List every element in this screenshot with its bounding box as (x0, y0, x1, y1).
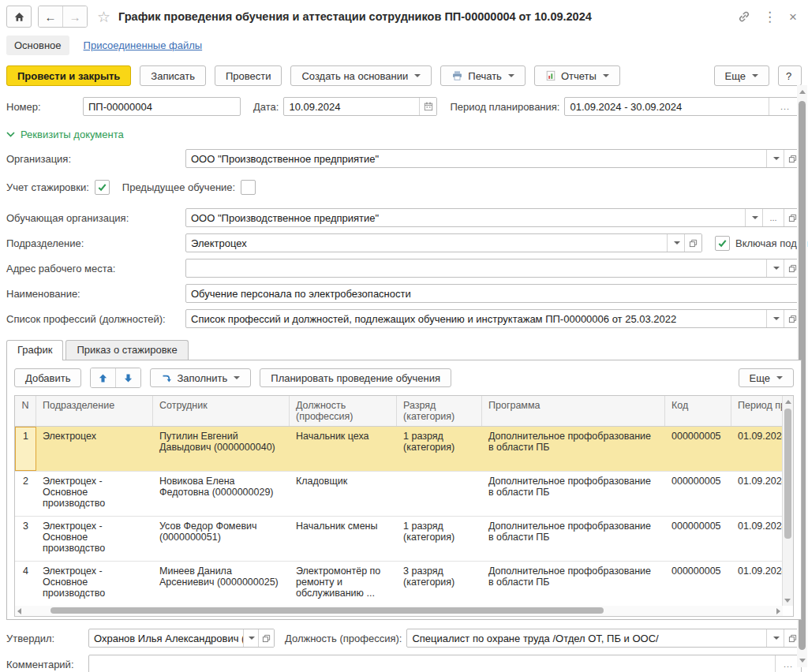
cell-position[interactable]: Начальник цеха (290, 427, 397, 471)
cell-grade[interactable]: 1 разряд (категория) (397, 427, 482, 471)
dropdown-arrow-icon[interactable] (745, 209, 762, 226)
department-field[interactable]: Электроцех (185, 233, 702, 252)
move-up-button[interactable] (91, 368, 115, 387)
cell-department[interactable]: Электроцех (36, 427, 153, 471)
column-header-code[interactable]: Код (665, 396, 731, 426)
column-header-grade[interactable]: Разряд (категория) (397, 396, 482, 426)
approved-field[interactable]: Охранов Илья Александрович (0000000032 (88, 629, 275, 648)
cell-code[interactable]: 000000005 (665, 562, 731, 606)
cell-department[interactable]: Электроцех - Основное производство (36, 562, 153, 606)
cell-department[interactable]: Электроцех - Основное производство (36, 517, 153, 561)
cell-program[interactable]: Дополнительное профобразование в области… (482, 517, 665, 561)
cell-grade[interactable]: 3 разряд (категория) (397, 562, 482, 606)
open-icon[interactable] (258, 629, 274, 647)
grid-horizontal-scrollbar[interactable] (15, 606, 783, 616)
period-more-button[interactable]: ... (769, 98, 801, 115)
cell-code[interactable]: 000000005 (665, 472, 731, 516)
cell-period[interactable]: 01.09.2024 - (731, 562, 783, 606)
post-button[interactable]: Провести (215, 65, 282, 86)
cell-n[interactable]: 1 (15, 427, 36, 471)
professions-list-field[interactable]: Список профессий и должностей, подлежащи… (185, 309, 802, 328)
fill-button[interactable]: Заполнить (150, 368, 251, 387)
cell-n[interactable]: 4 (15, 562, 36, 606)
cell-employee[interactable]: Новикова Елена Федотовна (0000000029) (153, 472, 290, 516)
favorite-star-icon[interactable]: ☆ (97, 9, 110, 24)
reports-button[interactable]: Отчеты (534, 65, 620, 86)
include-subordinate-checkbox[interactable] (715, 236, 730, 251)
planning-period-field[interactable]: 01.09.2024 - 30.09.2024 ... (564, 97, 802, 116)
vertical-scroll-thumb[interactable] (784, 409, 791, 539)
table-row[interactable]: 4 Электроцех - Основное производство Мин… (15, 562, 783, 606)
dropdown-arrow-icon[interactable] (766, 259, 784, 277)
column-header-period[interactable]: Период про (731, 396, 783, 426)
cell-grade[interactable] (397, 472, 482, 516)
post-and-close-button[interactable]: Провести и закрыть (6, 65, 131, 86)
dropdown-arrow-icon[interactable] (667, 234, 684, 252)
column-header-department[interactable]: Подразделение (36, 396, 153, 426)
scroll-right-icon[interactable] (776, 608, 780, 614)
internship-checkbox[interactable] (95, 180, 110, 195)
more-button[interactable]: Еще (714, 65, 769, 86)
approver-position-field[interactable]: Специалист по охране труда /Отдел ОТ, ПБ… (406, 629, 802, 648)
cell-department[interactable]: Электроцех - Основное производство (36, 472, 153, 516)
scroll-left-icon[interactable] (17, 608, 21, 614)
help-button[interactable]: ? (778, 65, 802, 86)
table-row[interactable]: 3 Электроцех - Основное производство Усо… (15, 517, 783, 562)
cell-period[interactable]: 01.09.2024 - (731, 517, 783, 561)
move-down-button[interactable] (115, 368, 140, 387)
comment-field[interactable]: ... (88, 655, 802, 672)
work-address-field[interactable] (185, 259, 802, 278)
dropdown-arrow-icon[interactable] (243, 629, 258, 647)
tab-schedule[interactable]: График (6, 340, 63, 360)
previous-training-checkbox[interactable] (241, 180, 256, 195)
requisites-section-header[interactable]: Реквизиты документа (6, 129, 802, 140)
forward-button[interactable]: → (62, 6, 87, 27)
tab-internship-order[interactable]: Приказ о стажировке (65, 340, 188, 360)
cell-period[interactable]: 01.09.2024 - (731, 427, 783, 471)
cell-n[interactable]: 2 (15, 472, 36, 516)
link-icon[interactable] (738, 10, 750, 23)
grid-vertical-scrollbar[interactable] (782, 396, 793, 606)
training-org-more-button[interactable]: ... (762, 209, 784, 226)
open-icon[interactable] (684, 234, 701, 252)
column-header-employee[interactable]: Сотрудник (153, 396, 290, 426)
add-row-button[interactable]: Добавить (14, 368, 81, 387)
cell-code[interactable]: 000000005 (665, 517, 731, 561)
write-button[interactable]: Записать (140, 65, 206, 86)
training-org-field[interactable]: ООО "Производственное предприятие" ... (185, 208, 802, 227)
back-button[interactable]: ← (39, 6, 62, 27)
cell-program[interactable]: Дополнительное профобразование в области… (482, 472, 665, 516)
dropdown-arrow-icon[interactable] (766, 629, 784, 647)
column-header-position[interactable]: Должность (профессия) (290, 396, 397, 426)
scroll-up-icon[interactable] (785, 400, 791, 404)
organization-field[interactable]: ООО "Производственное предприятие" (185, 149, 802, 168)
menu-kebab-icon[interactable]: ⋮ (763, 10, 776, 24)
grid-more-button[interactable]: Еще (739, 368, 794, 387)
tab-attached-files[interactable]: Присоединенные файлы (84, 39, 203, 51)
dropdown-arrow-icon[interactable] (766, 150, 784, 167)
scroll-down-icon[interactable] (799, 659, 806, 663)
scroll-down-icon[interactable] (784, 599, 791, 603)
cell-position[interactable]: Кладовщик (290, 472, 397, 516)
column-header-n[interactable]: N (15, 396, 36, 426)
table-row[interactable]: 1 Электроцех Путилин Евгений Давыдович (… (15, 427, 783, 472)
cell-position[interactable]: Начальник смены (290, 517, 397, 561)
calendar-icon[interactable] (419, 98, 436, 115)
horizontal-scroll-thumb[interactable] (50, 607, 604, 614)
close-icon[interactable]: × (789, 10, 797, 24)
date-field[interactable]: 10.09.2024 (283, 97, 437, 116)
name-field[interactable]: Обучение персонала по электробезопасност… (185, 284, 802, 303)
home-button[interactable] (6, 6, 32, 28)
cell-program[interactable]: Дополнительное профобразование в области… (482, 427, 665, 471)
cell-code[interactable]: 000000005 (665, 427, 731, 471)
table-row[interactable]: 2 Электроцех - Основное производство Нов… (15, 472, 783, 517)
cell-grade[interactable]: 1 разряд (категория) (397, 517, 482, 561)
cell-period[interactable]: 01.09.2024 - (731, 472, 783, 516)
scroll-up-icon[interactable] (799, 90, 806, 94)
cell-employee[interactable]: Путилин Евгений Давыдович (0000000040) (153, 427, 290, 471)
cell-n[interactable]: 3 (15, 517, 36, 561)
column-header-program[interactable]: Программа (482, 396, 665, 426)
number-field[interactable]: ПП-00000004 (83, 97, 241, 116)
cell-employee[interactable]: Усов Федор Фомевич (0000000051) (153, 517, 290, 561)
plan-training-button[interactable]: Планировать проведение обучения (260, 368, 451, 387)
